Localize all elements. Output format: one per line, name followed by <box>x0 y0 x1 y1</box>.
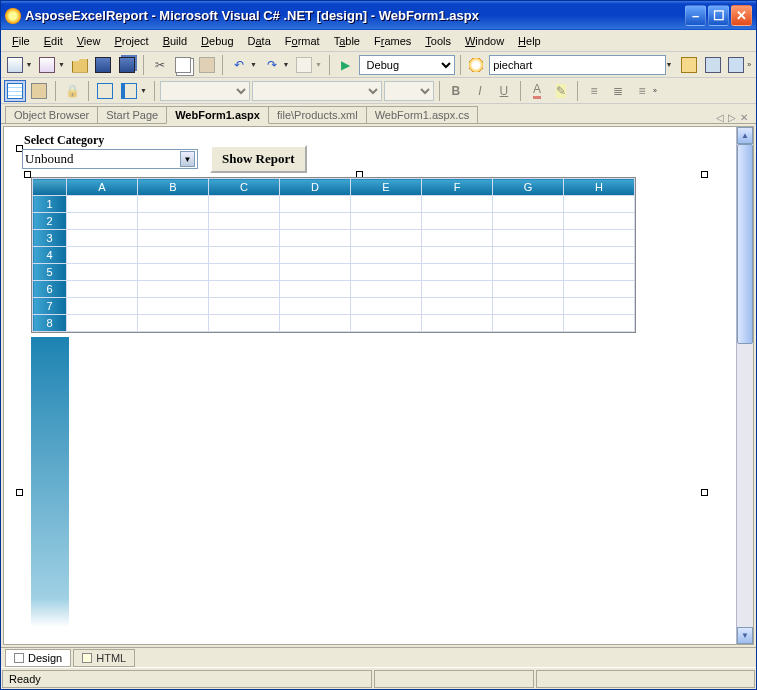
column-header[interactable]: E <box>351 179 422 196</box>
cell[interactable] <box>67 213 138 230</box>
spreadsheet-grid[interactable]: ABCDEFGH12345678 <box>31 177 636 333</box>
find-input[interactable] <box>489 55 665 75</box>
menu-debug[interactable]: Debug <box>194 33 240 49</box>
cell[interactable] <box>351 213 422 230</box>
undo-dropdown-icon[interactable]: ▼ <box>250 61 259 68</box>
tab-nav-right-icon[interactable]: ▷ <box>728 112 736 123</box>
cell[interactable] <box>564 196 635 213</box>
cell[interactable] <box>280 247 351 264</box>
selection-handle[interactable] <box>701 171 708 178</box>
cell[interactable] <box>209 247 280 264</box>
show-report-button[interactable]: Show Report <box>210 145 307 173</box>
copy-button[interactable] <box>172 54 194 76</box>
chevron-down-icon[interactable]: ▼ <box>180 151 195 167</box>
cell[interactable] <box>209 264 280 281</box>
cell[interactable] <box>67 298 138 315</box>
new-project-button[interactable] <box>4 54 26 76</box>
scroll-track[interactable] <box>737 344 753 627</box>
cell[interactable] <box>564 247 635 264</box>
cell[interactable] <box>67 281 138 298</box>
cell[interactable] <box>422 213 493 230</box>
save-button[interactable] <box>93 54 115 76</box>
tab-nav-left-icon[interactable]: ◁ <box>716 112 724 123</box>
scroll-down-icon[interactable]: ▼ <box>737 627 753 644</box>
cell[interactable] <box>280 281 351 298</box>
tab-products-xml[interactable]: file\Products.xml <box>268 106 367 123</box>
cell[interactable] <box>493 230 564 247</box>
align-left-button[interactable]: ≡ <box>583 80 605 102</box>
cell[interactable] <box>564 264 635 281</box>
cell[interactable] <box>280 315 351 332</box>
cell[interactable] <box>422 247 493 264</box>
cell[interactable] <box>564 315 635 332</box>
cell[interactable] <box>351 230 422 247</box>
cell[interactable] <box>280 298 351 315</box>
cell[interactable] <box>67 230 138 247</box>
backcolor-button[interactable]: ✎ <box>550 80 572 102</box>
menu-data[interactable]: Data <box>241 33 278 49</box>
scroll-up-icon[interactable]: ▲ <box>737 127 753 144</box>
selection-handle[interactable] <box>701 489 708 496</box>
underline-button[interactable]: U <box>493 80 515 102</box>
maximize-button[interactable]: ☐ <box>708 5 729 26</box>
column-header[interactable]: H <box>564 179 635 196</box>
add-item-dropdown-icon[interactable]: ▼ <box>58 61 67 68</box>
cell[interactable] <box>351 315 422 332</box>
cell[interactable] <box>209 230 280 247</box>
cell[interactable] <box>280 230 351 247</box>
find-icon[interactable] <box>466 54 488 76</box>
font-size-select[interactable] <box>384 81 434 101</box>
select-category-label[interactable]: Select Category <box>24 133 104 148</box>
lock-button[interactable]: 🔒 <box>61 80 83 102</box>
column-header[interactable]: G <box>493 179 564 196</box>
forecolor-button[interactable]: A <box>526 80 548 102</box>
solution-config-select[interactable]: Debug <box>359 55 455 75</box>
cell[interactable] <box>209 213 280 230</box>
selection-handle[interactable] <box>24 171 31 178</box>
bold-button[interactable]: B <box>445 80 467 102</box>
cut-button[interactable]: ✂ <box>149 54 171 76</box>
redo-button[interactable]: ↷ <box>261 54 283 76</box>
row-header[interactable]: 5 <box>33 264 67 281</box>
view-tab-html[interactable]: HTML <box>73 649 135 667</box>
tab-start-page[interactable]: Start Page <box>97 106 167 123</box>
row-header[interactable]: 6 <box>33 281 67 298</box>
cell[interactable] <box>564 298 635 315</box>
toolbar-overflow-icon[interactable]: » <box>747 61 753 68</box>
cell[interactable] <box>422 230 493 247</box>
column-header[interactable]: F <box>422 179 493 196</box>
cell[interactable] <box>67 196 138 213</box>
row-header[interactable]: 1 <box>33 196 67 213</box>
cell[interactable] <box>493 281 564 298</box>
view2-button[interactable] <box>118 80 140 102</box>
cell[interactable] <box>493 247 564 264</box>
menu-tools[interactable]: Tools <box>418 33 458 49</box>
row-header[interactable]: 3 <box>33 230 67 247</box>
column-header[interactable]: A <box>67 179 138 196</box>
cell[interactable] <box>209 196 280 213</box>
italic-button[interactable]: I <box>469 80 491 102</box>
cell[interactable] <box>138 230 209 247</box>
cell[interactable] <box>209 281 280 298</box>
nav-back-button[interactable] <box>294 54 316 76</box>
tab-object-browser[interactable]: Object Browser <box>5 106 98 123</box>
redo-dropdown-icon[interactable]: ▼ <box>283 61 292 68</box>
cell[interactable] <box>493 315 564 332</box>
menu-project[interactable]: Project <box>107 33 155 49</box>
cell[interactable] <box>67 315 138 332</box>
cell[interactable] <box>493 196 564 213</box>
column-header[interactable]: C <box>209 179 280 196</box>
cell[interactable] <box>138 281 209 298</box>
font-name-select[interactable] <box>252 81 382 101</box>
cell[interactable] <box>138 264 209 281</box>
cell[interactable] <box>209 315 280 332</box>
tab-webform1[interactable]: WebForm1.aspx <box>166 106 269 124</box>
tab-webform1-cs[interactable]: WebForm1.aspx.cs <box>366 106 479 123</box>
cell[interactable] <box>422 264 493 281</box>
toolbox-button[interactable] <box>726 54 748 76</box>
menu-table[interactable]: Table <box>327 33 367 49</box>
cell[interactable] <box>422 298 493 315</box>
cell[interactable] <box>138 213 209 230</box>
cell[interactable] <box>351 298 422 315</box>
cell[interactable] <box>351 196 422 213</box>
